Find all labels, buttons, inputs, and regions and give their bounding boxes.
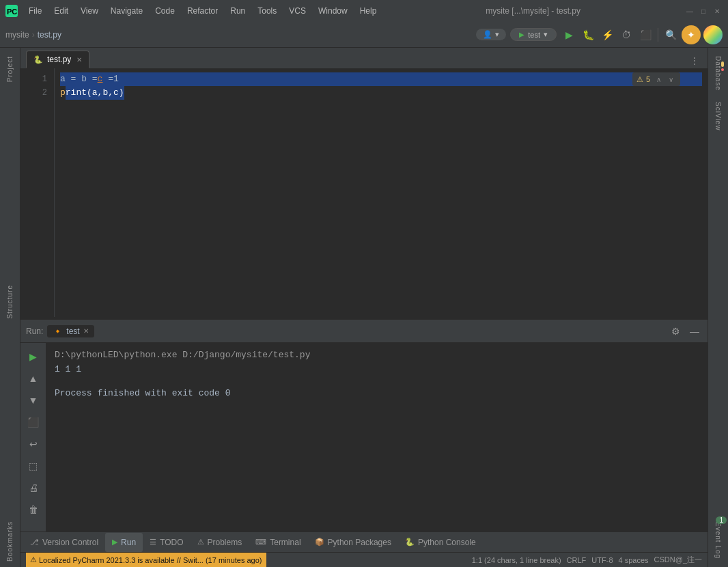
code-editor[interactable]: 1 2 a = b =c =1 print(a,b,c) ⚠ 5 [20, 68, 708, 317]
sidebar-item-project[interactable]: Project [3, 51, 16, 87]
profile-button[interactable]: ⏱ [618, 27, 634, 43]
run-print-button[interactable]: 🖨 [24, 478, 43, 497]
python-packages-icon: 📦 [315, 538, 324, 547]
run-play-button[interactable]: ▶ [24, 347, 43, 366]
minimize-button[interactable]: — [684, 5, 695, 16]
tab-version-control[interactable]: ⎇ Version Control [23, 533, 105, 552]
run-dropdown-icon: ▾ [544, 30, 548, 39]
menu-code[interactable]: Code [150, 5, 180, 17]
coverage-button[interactable]: ⚡ [599, 27, 615, 43]
tab-run[interactable]: ▶ Run [105, 533, 143, 552]
toolbar: mysite › test.py 👤 ▾ ▶ test ▾ ▶ 🐛 ⚡ ⏱ ⬛ … [0, 22, 728, 48]
problems-icon: ⚠ [197, 538, 204, 547]
user-menu[interactable]: 👤 ▾ [476, 29, 506, 40]
line-num-1: 1 [20, 72, 54, 86]
tab-todo[interactable]: ☰ TODO [143, 533, 190, 552]
run-output-result: 1 1 1 [55, 363, 699, 377]
menu-navigate[interactable]: Navigate [105, 5, 148, 17]
toolbar-divider [658, 28, 658, 42]
sidebar-item-sciview[interactable]: SciView [712, 96, 725, 136]
breadcrumb-file[interactable]: test.py [38, 30, 61, 40]
jetbrains-toolbox-button[interactable] [703, 25, 723, 44]
status-indent[interactable]: 4 spaces [619, 556, 649, 564]
run-wrap-button[interactable]: ↩ [24, 434, 43, 454]
run-configuration-button[interactable]: ▶ test ▾ [510, 28, 557, 41]
event-log-badge: 1 [716, 516, 727, 524]
stop-button[interactable]: ⬛ [637, 27, 654, 43]
close-button[interactable]: ✕ [712, 5, 723, 16]
menu-tools[interactable]: Tools [252, 5, 282, 17]
scrollbar-error-indicator [721, 68, 724, 71]
run-tab-close-button[interactable]: ✕ [83, 327, 89, 335]
menu-vcs[interactable]: VCS [283, 5, 311, 17]
menu-edit[interactable]: Edit [48, 5, 74, 17]
warning-icon-status: ⚠ [30, 555, 37, 564]
status-line-ending[interactable]: CRLF [567, 556, 587, 564]
menu-view[interactable]: View [75, 5, 104, 17]
version-control-icon: ⎇ [30, 538, 39, 547]
run-settings-button[interactable]: ⚙ [668, 324, 683, 339]
run-label: Run: [26, 327, 43, 336]
tab-python-packages[interactable]: 📦 Python Packages [308, 533, 398, 552]
todo-icon: ☰ [150, 538, 156, 547]
menu-run[interactable]: Run [225, 5, 251, 17]
status-encoding[interactable]: UTF-8 [591, 556, 613, 564]
run-toolbar: ▶ ▲ ▼ ⬛ ↩ ⬚ 🖨 🗑 [20, 343, 46, 531]
warning-next-button[interactable]: ∨ [665, 74, 676, 85]
tab-settings-button[interactable]: ⋮ [687, 53, 702, 68]
run-tab-test[interactable]: 🔸 test ✕ [47, 325, 94, 337]
sidebar-item-database[interactable]: Database [712, 51, 725, 96]
code-token: a = b = [60, 72, 98, 86]
run-scroll-down-button[interactable]: ▼ [24, 391, 43, 410]
run-tab-icon: ▶ [112, 538, 117, 547]
tab-problems-label: Problems [208, 538, 242, 547]
tab-run-label: Run [121, 538, 136, 547]
status-position[interactable]: 1:1 (24 chars, 1 line break) [472, 556, 561, 564]
user-icon: 👤 [483, 30, 492, 39]
bottom-tab-bar: ⎇ Version Control ▶ Run ☰ TODO ⚠ Problem… [20, 531, 708, 552]
window-title: mysite [...\mysite] - test.py [486, 6, 580, 16]
python-console-icon: 🐍 [405, 538, 415, 547]
breadcrumb-project[interactable]: mysite [5, 30, 29, 40]
code-line-1[interactable]: a = b =c =1 [60, 72, 702, 86]
tab-todo-label: TODO [160, 538, 183, 547]
tab-label: test.py [47, 55, 71, 64]
tab-close-button[interactable]: ✕ [76, 56, 82, 64]
run-minimize-button[interactable]: — [687, 324, 702, 339]
user-dropdown-icon: ▾ [495, 30, 499, 39]
run-filter-button[interactable]: ⬚ [24, 456, 43, 475]
code-line-2[interactable]: print(a,b,c) [60, 86, 702, 100]
run-output-command: D:\pythonLED\python.exe D:/Django/mysite… [55, 348, 699, 363]
sidebar-item-bookmarks[interactable]: Bookmarks [3, 516, 16, 567]
maximize-button[interactable]: □ [698, 5, 709, 16]
tab-python-packages-label: Python Packages [328, 538, 391, 547]
run-clear-button[interactable]: 🗑 [24, 500, 43, 519]
menu-window[interactable]: Window [313, 5, 353, 17]
run-triangle-icon: ▶ [519, 31, 524, 38]
menu-file[interactable]: File [23, 5, 47, 17]
run-scroll-up-button[interactable]: ▲ [24, 369, 43, 388]
titlebar: PC File Edit View Navigate Code Refactor… [0, 0, 728, 22]
debug-button[interactable]: 🐛 [580, 27, 596, 43]
menu-help[interactable]: Help [354, 5, 382, 17]
search-everywhere-button[interactable]: 🔍 [662, 27, 679, 43]
run-button[interactable]: ▶ [561, 27, 577, 43]
code-content[interactable]: a = b =c =1 print(a,b,c) [55, 68, 708, 317]
tab-python-console[interactable]: 🐍 Python Console [398, 533, 483, 552]
warning-icon: ⚠ [636, 75, 643, 84]
code-selection: rint(a,b,c) [66, 86, 124, 100]
terminal-icon: ⌨ [255, 538, 266, 547]
editor-run-area: 🐍 test.py ✕ ⋮ 1 2 a = b =c =1 [20, 48, 708, 567]
breadcrumb-separator: › [32, 30, 35, 40]
warning-badge: ⚠ 5 ∧ ∨ [632, 72, 680, 86]
warning-prev-button[interactable]: ∧ [653, 74, 664, 85]
tab-problems[interactable]: ⚠ Problems [191, 533, 249, 552]
tab-terminal[interactable]: ⌨ Terminal [249, 533, 307, 552]
run-stop-button[interactable]: ⬛ [24, 413, 43, 432]
menu-refactor[interactable]: Refactor [182, 5, 223, 17]
tab-test-py[interactable]: 🐍 test.py ✕ [26, 51, 89, 68]
sidebar-item-structure[interactable]: Structure [3, 279, 16, 324]
status-username: CSDN@_注一 [654, 555, 702, 565]
status-warning[interactable]: ⚠ Localized PyCharm 2021.3.3 is availabl… [26, 553, 266, 568]
quick-action-button[interactable]: ✦ [682, 25, 701, 44]
